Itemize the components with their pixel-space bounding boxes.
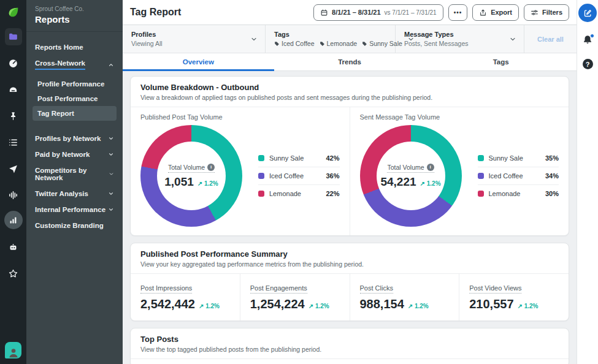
sidebar-item-profiles-by-network[interactable]: Profiles by Network [33,131,117,146]
delta-badge: ↗ 1.2% [420,180,441,187]
legend-item[interactable]: Lemonade 22% [258,184,340,202]
volume-card-subtitle: View a breakdown of applied tags on publ… [140,94,559,101]
legend-swatch [478,155,484,161]
message-types-filter-value: Posts, Sent Messages [404,40,468,47]
pin-icon[interactable] [5,107,22,124]
delta-badge: ↗ 1.2% [197,180,218,187]
date-range-value: 8/1/21 – 8/31/21 [332,9,381,16]
bot-icon[interactable] [5,238,22,256]
sidebar-item-paid-by-network[interactable]: Paid by Network [33,146,117,162]
publishing-send-icon[interactable] [5,160,22,177]
delta-badge: ↗ 1.2% [518,303,539,309]
clear-all-button[interactable]: Clear all [524,25,577,53]
compose-icon [583,9,592,18]
total-volume-label: Total Volume i [387,164,434,173]
delta-badge: ↗ 1.2% [408,303,429,309]
legend-item[interactable]: Iced Coffee 34% [478,167,559,184]
chevron-up-icon [108,62,114,68]
sidebar-item-post-performance[interactable]: Post Performance [33,91,117,106]
sidenav-title: Reports [35,14,114,25]
tag-icon [362,41,367,47]
chart-legend: Sunny Sale 42% Iced Coffee 36% [258,150,340,202]
notifications-button[interactable] [582,34,593,48]
dashboard-gauge-icon[interactable] [5,55,22,72]
reports-folder-icon[interactable] [5,28,22,45]
page-header: Tag Report 8/1/21 – 8/31/21 vs 7/1/21 – … [123,0,577,25]
performance-card-title: Published Post Performance Summary [140,249,559,259]
page-title: Tag Report [130,7,181,18]
legend-item[interactable]: Sunny Sale 35% [478,150,559,167]
notification-dot [590,34,594,38]
sidenav-header: Sprout Coffee Co. Reports [26,0,123,32]
tags-filter[interactable]: Tags Iced Coffee Lemonade Sunny Sale [266,25,396,53]
sprout-logo-icon[interactable] [7,6,20,19]
icon-rail [0,0,26,364]
top-posts-subtitle: View the top tagged published posts from… [140,346,559,353]
metric-post-clicks: Post Clicks 988,154 ↗ 1.2% [350,274,459,320]
tab-tags[interactable]: Tags [425,53,577,70]
metric-post-video-views: Post Video Views 210,557 ↗ 1.2% [459,274,569,320]
reports-sidenav: Sprout Coffee Co. Reports Reports Home C… [26,0,123,364]
calendar-icon [320,9,328,17]
listening-wave-icon[interactable] [5,186,22,203]
profiles-filter[interactable]: Profiles Viewing All [123,25,266,53]
app-window: Sprout Coffee Co. Reports Reports Home C… [0,0,598,364]
total-volume-label: Total Volume i [168,164,215,173]
ellipsis-icon: ••• [454,9,462,16]
total-volume-value: 54,221 [380,175,416,189]
volume-card-title: Volume Breakdown - Outbound [140,83,559,92]
metric-post-impressions: Post Impressions 2,542,442 ↗ 1.2% [131,274,240,320]
tag-chip: Iced Coffee [274,40,315,47]
sliders-icon [531,9,539,17]
sidebar-item-twitter-analysis[interactable]: Twitter Analysis [33,186,117,202]
export-button[interactable]: Export [472,4,519,21]
question-icon: ? [586,61,590,68]
tag-chip: Lemonade [320,40,358,47]
sidebar-item-profile-performance[interactable]: Profile Performance [33,77,117,91]
legend-swatch [258,191,264,197]
date-compare-value: vs 7/1/21 – 7/31/21 [385,9,437,16]
user-avatar[interactable] [5,342,21,358]
sidebar-item-reports-home[interactable]: Reports Home [33,39,117,55]
filter-bar: Profiles Viewing All Tags Iced Coffee [123,25,577,53]
tag-icon [274,41,280,47]
legend-item[interactable]: Sunny Sale 42% [258,150,340,167]
legend-item[interactable]: Lemonade 30% [478,184,559,202]
info-icon[interactable]: i [427,164,434,171]
tab-trends[interactable]: Trends [274,53,426,70]
chart-legend: Sunny Sale 35% Iced Coffee 34% [478,150,559,202]
donut-chart-sent[interactable]: Total Volume i 54,221 ↗ 1.2% [360,125,462,227]
info-icon[interactable]: i [207,164,215,171]
help-button[interactable]: ? [583,59,593,69]
chevron-down-icon [108,207,114,213]
sidebar-item-tag-report[interactable]: Tag Report [33,106,117,121]
sidebar-item-cross-network[interactable]: Cross-Network [33,55,117,74]
star-icon[interactable] [5,265,22,282]
compose-button[interactable] [578,4,597,22]
tag-icon [320,41,325,47]
more-options-button[interactable]: ••• [448,4,468,21]
chevron-down-icon [250,36,258,43]
published-post-tag-volume-chart: Published Post Tag Volume Total Volume i [131,107,350,235]
message-types-filter[interactable]: Message Types Posts, Sent Messages [396,25,524,53]
tab-overview[interactable]: Overview [123,53,274,70]
chevron-down-icon [108,191,114,197]
inbox-icon[interactable] [5,81,22,98]
feeds-list-icon[interactable] [5,134,22,151]
sidebar-item-competitors-by-network[interactable]: Competitors by Network [33,162,117,186]
legend-item[interactable]: Iced Coffee 36% [258,167,340,184]
sent-message-tag-volume-chart: Sent Message Tag Volume Total Volume i [350,107,569,235]
chevron-down-icon [109,171,114,177]
donut-chart-published[interactable]: Total Volume i 1,051 ↗ 1.2% [140,125,242,227]
export-icon [479,9,487,17]
filters-button[interactable]: Filters [524,4,569,21]
date-range-button[interactable]: 8/1/21 – 8/31/21 vs 7/1/21 – 7/31/21 [313,4,443,21]
chevron-down-icon [108,135,114,142]
sidebar-item-customize-branding[interactable]: Customize Branding [33,218,117,233]
reports-chart-icon[interactable] [4,211,23,229]
metric-post-engagements: Post Engagements 1,254,224 ↗ 1.2% [240,274,350,320]
account-name: Sprout Coffee Co. [35,6,114,12]
report-content: Volume Breakdown - Outbound View a break… [123,71,577,364]
sidebar-item-internal-performance[interactable]: Internal Performance [33,202,117,218]
legend-swatch [478,173,484,179]
